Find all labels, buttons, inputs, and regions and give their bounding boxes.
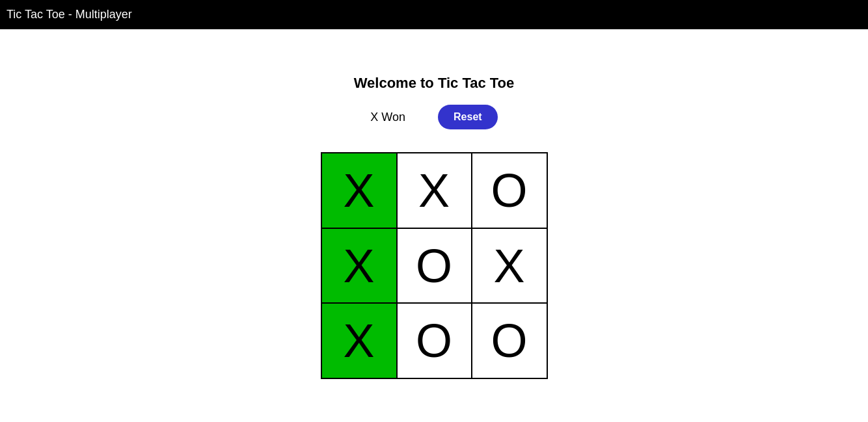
cell-7[interactable]: O xyxy=(397,303,472,378)
status-row: X Won Reset xyxy=(370,105,497,129)
app-title: Tic Tac Toe - Multiplayer xyxy=(7,8,132,21)
cell-5[interactable]: X xyxy=(472,228,547,303)
status-text: X Won xyxy=(370,111,405,124)
cell-2[interactable]: O xyxy=(472,153,547,228)
cell-0[interactable]: X xyxy=(322,153,397,228)
reset-button[interactable]: Reset xyxy=(438,105,498,129)
cell-3[interactable]: X xyxy=(322,228,397,303)
cell-8[interactable]: O xyxy=(472,303,547,378)
cell-1[interactable]: X xyxy=(397,153,472,228)
main-content: Welcome to Tic Tac Toe X Won Reset XXOXO… xyxy=(0,29,868,379)
title-bar: Tic Tac Toe - Multiplayer xyxy=(0,0,868,29)
cell-6[interactable]: X xyxy=(322,303,397,378)
cell-4[interactable]: O xyxy=(397,228,472,303)
game-board: XXOXOXXOO xyxy=(321,152,548,379)
welcome-title: Welcome to Tic Tac Toe xyxy=(354,75,515,92)
